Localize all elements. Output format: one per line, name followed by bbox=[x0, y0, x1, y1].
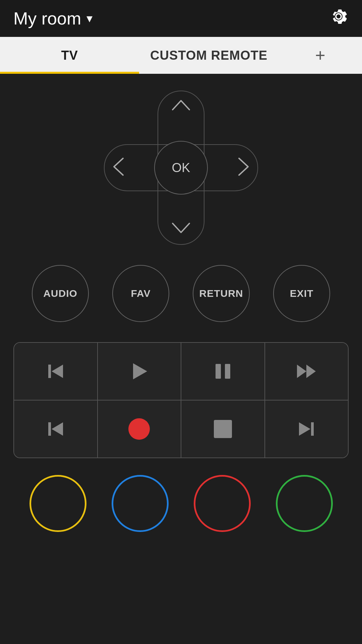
yellow-button[interactable] bbox=[29, 475, 86, 532]
room-selector[interactable]: My room ▾ bbox=[13, 8, 93, 29]
svg-rect-0 bbox=[48, 365, 51, 378]
fast-forward-button[interactable] bbox=[265, 343, 348, 400]
svg-rect-7 bbox=[48, 422, 51, 436]
add-tab-button[interactable]: + bbox=[279, 37, 362, 74]
dpad-left-button[interactable] bbox=[111, 157, 125, 179]
record-button[interactable] bbox=[98, 400, 182, 458]
skip-back-button[interactable] bbox=[14, 400, 98, 458]
header: My room ▾ bbox=[0, 0, 362, 37]
function-buttons: AUDIO FAV RETURN EXIT bbox=[13, 265, 349, 322]
pause-button[interactable] bbox=[181, 343, 265, 400]
stop-icon bbox=[214, 420, 232, 438]
dpad-down-button[interactable] bbox=[171, 222, 191, 237]
svg-marker-2 bbox=[133, 363, 147, 379]
dpad-container: OK bbox=[13, 91, 349, 245]
dropdown-icon: ▾ bbox=[86, 11, 93, 25]
red-button[interactable] bbox=[194, 475, 251, 532]
svg-rect-10 bbox=[311, 422, 314, 436]
skip-next-button[interactable] bbox=[265, 400, 348, 458]
media-row-1 bbox=[14, 343, 348, 400]
svg-rect-4 bbox=[225, 364, 230, 379]
svg-marker-6 bbox=[306, 365, 316, 378]
color-buttons bbox=[13, 475, 349, 532]
svg-marker-9 bbox=[299, 422, 310, 436]
media-row-2 bbox=[14, 400, 348, 458]
skip-prev-button[interactable] bbox=[14, 343, 98, 400]
svg-marker-1 bbox=[52, 365, 63, 378]
svg-marker-8 bbox=[52, 422, 63, 436]
svg-marker-5 bbox=[297, 365, 306, 378]
settings-icon[interactable] bbox=[328, 6, 349, 31]
return-button[interactable]: RETURN bbox=[193, 265, 250, 322]
green-button[interactable] bbox=[276, 475, 333, 532]
main-content: OK AUDIO FAV RETURN EXIT bbox=[0, 74, 362, 644]
play-button[interactable] bbox=[98, 343, 182, 400]
blue-button[interactable] bbox=[112, 475, 169, 532]
dpad-up-button[interactable] bbox=[171, 98, 191, 114]
exit-button[interactable]: EXIT bbox=[273, 265, 330, 322]
dpad-ok-button[interactable]: OK bbox=[154, 141, 208, 195]
audio-button[interactable]: AUDIO bbox=[32, 265, 89, 322]
tab-tv[interactable]: TV bbox=[0, 37, 139, 74]
fav-button[interactable]: FAV bbox=[112, 265, 169, 322]
svg-rect-3 bbox=[216, 364, 221, 379]
room-title: My room bbox=[13, 8, 81, 29]
dpad: OK bbox=[104, 91, 258, 245]
tabs-bar: TV CUSTOM REMOTE + bbox=[0, 37, 362, 74]
stop-button[interactable] bbox=[181, 400, 265, 458]
record-icon bbox=[128, 418, 150, 440]
media-controls bbox=[13, 342, 349, 458]
tab-custom-remote[interactable]: CUSTOM REMOTE bbox=[139, 37, 278, 74]
dpad-right-button[interactable] bbox=[237, 157, 251, 179]
